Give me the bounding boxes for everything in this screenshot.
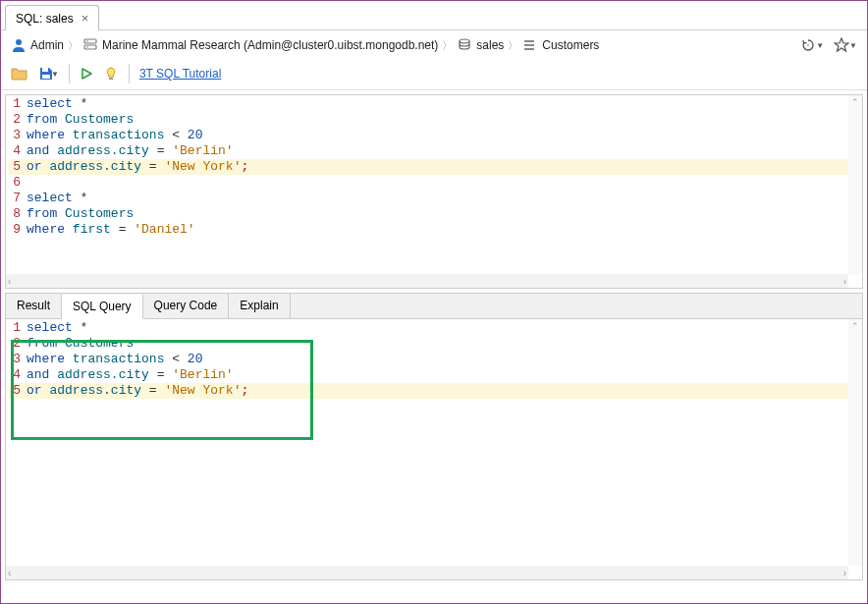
code-line[interactable]: 1select * (9, 320, 859, 336)
svg-rect-2 (84, 45, 96, 49)
tab-result[interactable]: Result (6, 294, 62, 318)
code-content: where transactions < 20 (27, 128, 202, 143)
line-number: 1 (9, 320, 21, 336)
user-icon (11, 37, 27, 53)
scrollbar-horizontal[interactable]: ‹› (6, 566, 848, 579)
divider (129, 64, 130, 83)
code-line[interactable]: 1select * (9, 96, 859, 112)
code-line[interactable]: 3where transactions < 20 (9, 352, 859, 367)
breadcrumb-collection[interactable]: Customers (542, 38, 599, 52)
collection-icon (522, 37, 538, 53)
code-line[interactable]: 2from Customers (9, 112, 859, 128)
breadcrumb: Admin 〉 Marine Mammal Research (Admin@cl… (1, 30, 867, 60)
code-content: or address.city = 'New York'; (27, 383, 248, 399)
code-content: from Customers (27, 206, 134, 222)
code-content: where transactions < 20 (27, 352, 202, 367)
svg-point-5 (460, 39, 469, 43)
line-number: 5 (9, 383, 21, 399)
run-icon[interactable] (80, 67, 93, 81)
line-number: 2 (9, 112, 21, 128)
code-line[interactable]: 2from Customers (9, 336, 859, 352)
svg-point-3 (86, 40, 88, 42)
code-content: or address.city = 'New York'; (27, 159, 248, 175)
results-body: 1select *2from Customers3where transacti… (6, 319, 862, 579)
line-number: 4 (9, 143, 21, 159)
svg-rect-12 (109, 78, 113, 80)
code-line[interactable]: 7select * (9, 191, 859, 206)
code-line[interactable]: 5or address.city = 'New York'; (9, 383, 859, 399)
breadcrumb-user[interactable]: Admin (30, 38, 64, 52)
save-button[interactable]: ▼ (38, 66, 59, 82)
code-content: select * (27, 320, 87, 336)
code-line[interactable]: 9where first = 'Daniel' (9, 222, 859, 238)
line-number: 2 (9, 336, 21, 352)
line-number: 9 (9, 222, 21, 238)
toolbar: ▼ 3T SQL Tutorial (1, 60, 867, 90)
sql-editor[interactable]: 1select *2from Customers3where transacti… (6, 95, 862, 274)
chevron-right-icon: 〉 (68, 38, 79, 53)
chevron-left-icon: ‹ (8, 568, 11, 578)
tab-sql-query[interactable]: SQL Query (62, 295, 143, 319)
server-icon (82, 37, 98, 53)
line-number: 5 (9, 159, 21, 175)
code-line[interactable]: 8from Customers (9, 206, 859, 222)
svg-rect-1 (84, 39, 96, 43)
open-folder-icon[interactable] (11, 66, 28, 82)
svg-point-9 (807, 44, 809, 46)
code-content: from Customers (27, 112, 134, 128)
close-icon[interactable]: × (81, 11, 89, 26)
chevron-right-icon: 〉 (508, 38, 518, 53)
line-number: 8 (9, 206, 21, 222)
line-number: 3 (9, 128, 21, 143)
tab-bar: SQL: sales × (1, 1, 867, 30)
svg-rect-8 (524, 48, 534, 50)
line-number: 6 (9, 175, 21, 191)
tab-label: SQL: sales (16, 12, 74, 26)
svg-rect-7 (524, 44, 534, 46)
scrollbar-vertical[interactable]: ⌃ (848, 319, 862, 566)
svg-rect-11 (42, 75, 50, 79)
star-icon[interactable] (834, 37, 849, 53)
scrollbar-horizontal[interactable]: ‹› (6, 274, 848, 288)
svg-point-0 (16, 39, 22, 45)
window: SQL: sales × Admin 〉 Marine Mammal Resea… (0, 0, 868, 604)
breadcrumb-connection[interactable]: Marine Mammal Research (Admin@cluster0.u… (102, 38, 438, 52)
breadcrumb-database[interactable]: sales (476, 38, 504, 52)
svg-rect-10 (42, 68, 48, 72)
chevron-right-icon: 〉 (442, 38, 453, 53)
svg-point-4 (86, 46, 88, 48)
chevron-up-icon: ⌃ (851, 97, 859, 107)
code-line[interactable]: 3where transactions < 20 (9, 128, 859, 143)
tab-explain[interactable]: Explain (229, 294, 290, 318)
lightbulb-icon[interactable] (103, 66, 119, 82)
divider (69, 64, 70, 83)
code-content: from Customers (27, 336, 134, 352)
code-content: and address.city = 'Berlin' (27, 143, 234, 159)
line-number: 1 (9, 96, 21, 112)
chevron-down-icon[interactable]: ▼ (816, 41, 824, 50)
line-number: 7 (9, 191, 21, 206)
chevron-right-icon: › (843, 568, 846, 578)
code-line[interactable]: 4and address.city = 'Berlin' (9, 367, 859, 383)
chevron-down-icon: ▼ (51, 70, 59, 79)
result-sql-view[interactable]: 1select *2from Customers3where transacti… (6, 319, 862, 566)
tutorial-link[interactable]: 3T SQL Tutorial (139, 67, 221, 81)
code-line[interactable]: 6 (9, 175, 859, 191)
line-number: 4 (9, 367, 21, 383)
database-icon (457, 37, 472, 53)
results-tabs: Result SQL Query Query Code Explain (6, 294, 862, 319)
sql-editor-panel: 1select *2from Customers3where transacti… (5, 94, 863, 289)
line-number: 3 (9, 352, 21, 367)
code-content: and address.city = 'Berlin' (27, 367, 234, 383)
chevron-right-icon: › (843, 276, 846, 287)
code-line[interactable]: 5or address.city = 'New York'; (9, 159, 859, 175)
code-line[interactable]: 4and address.city = 'Berlin' (9, 143, 859, 159)
scrollbar-vertical[interactable]: ⌃ (848, 95, 862, 274)
tab-sql-sales[interactable]: SQL: sales × (5, 5, 99, 30)
chevron-up-icon: ⌃ (851, 321, 859, 331)
results-panel: Result SQL Query Query Code Explain 1sel… (5, 293, 863, 580)
chevron-left-icon: ‹ (8, 276, 11, 287)
history-icon[interactable] (800, 37, 816, 53)
chevron-down-icon[interactable]: ▼ (849, 41, 857, 50)
tab-query-code[interactable]: Query Code (143, 294, 230, 318)
